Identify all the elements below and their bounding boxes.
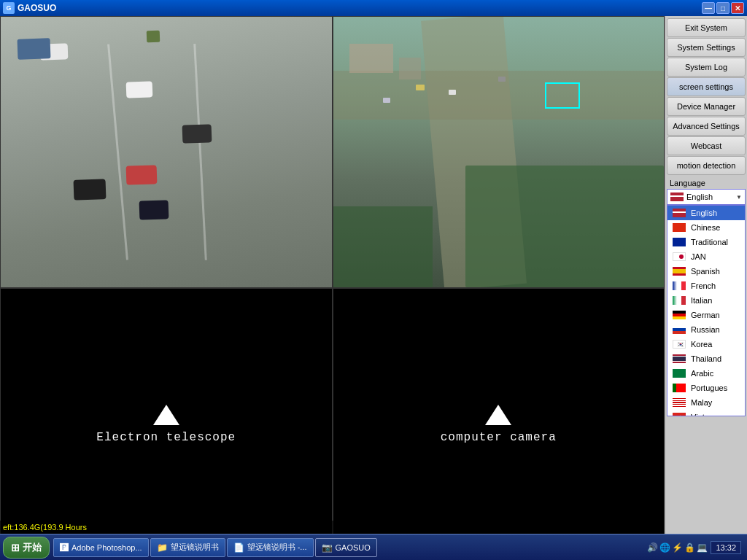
tray-icon-4[interactable]: 🔒 <box>684 542 695 553</box>
language-dropdown[interactable]: English ▼ <box>667 189 746 205</box>
system-settings-button[interactable]: System Settings <box>667 38 746 57</box>
lang-item-malay[interactable]: Malay <box>667 395 745 410</box>
tray-icon-1[interactable]: 🔊 <box>647 542 658 553</box>
windows-icon: ⊞ <box>11 542 20 553</box>
flag-zh <box>673 223 686 232</box>
photoshop-icon: 🅿 <box>60 542 69 553</box>
advanced-settings-button[interactable]: Advanced Settings <box>667 117 746 136</box>
folder-icon: 📁 <box>157 542 168 553</box>
dropdown-arrow-icon: ▼ <box>736 194 742 201</box>
lang-label-russian: Russian <box>691 325 720 334</box>
flag-de <box>673 311 686 319</box>
flag-jp <box>673 252 686 261</box>
camera-bottom-right: computer camera <box>333 288 665 560</box>
lang-label-arabic: Arabic <box>691 369 713 378</box>
lang-item-spanish[interactable]: Spanish <box>667 264 745 279</box>
taskbar-manual2[interactable]: 📄 望远镜说明书 -... <box>227 538 314 557</box>
lang-item-chinese[interactable]: Chinese <box>667 220 745 235</box>
electron-arrow <box>153 405 179 425</box>
lang-label-jan: JAN <box>691 252 706 261</box>
flag-fr <box>673 281 686 290</box>
lang-item-korea[interactable]: 🇰🇷 Korea <box>667 337 745 351</box>
lang-item-russian[interactable]: Russian <box>667 322 745 337</box>
flag-tw <box>673 238 686 246</box>
taskbar-manual1[interactable]: 📁 望远镜说明书 <box>150 538 225 557</box>
flag-vn: ★ <box>673 413 686 416</box>
camera-top-left <box>0 16 333 288</box>
flag-kr: 🇰🇷 <box>673 340 686 349</box>
flag-ru <box>673 325 686 334</box>
lang-item-french[interactable]: French <box>667 279 745 293</box>
flag-my <box>673 398 686 407</box>
lang-item-jan[interactable]: JAN <box>667 249 745 264</box>
language-list[interactable]: English Chinese Traditional JAN <box>667 205 746 416</box>
lang-label-korea: Korea <box>691 340 712 349</box>
lang-item-german[interactable]: German <box>667 308 745 322</box>
motion-detection-button[interactable]: motion detection <box>667 156 746 175</box>
document-icon: 📄 <box>233 542 244 553</box>
camera-icon: 📷 <box>322 542 333 553</box>
lang-label-italian: Italian <box>691 296 712 305</box>
flag-en <box>673 209 686 217</box>
minimize-button[interactable]: — <box>702 2 715 14</box>
device-manager-button[interactable]: Device Manager <box>667 97 746 116</box>
taskbar-photoshop[interactable]: 🅿 Adobe Photoshop... <box>53 538 149 557</box>
lang-label-chinese: Chinese <box>691 223 720 232</box>
camera-bottom-left: Electron telescope <box>0 288 333 560</box>
lang-label-traditional: Traditional <box>691 238 728 246</box>
lang-item-portuguese[interactable]: Portugues <box>667 381 745 395</box>
taskbar-gaosuo-label: GAOSUO <box>336 543 371 552</box>
lang-label-english: English <box>691 209 717 217</box>
taskbar-photoshop-label: Adobe Photoshop... <box>71 543 142 552</box>
lang-label-thailand: Thailand <box>691 354 721 363</box>
flag-it <box>673 296 686 305</box>
computer-arrow <box>485 405 511 425</box>
lang-item-traditional[interactable]: Traditional <box>667 235 745 249</box>
lang-item-arabic[interactable]: Arabic <box>667 366 745 381</box>
screen-settings-button[interactable]: screen settings <box>667 77 746 96</box>
flag-es <box>673 267 686 276</box>
language-section: Language English ▼ English Chinese <box>665 176 747 560</box>
lang-label-spanish: Spanish <box>691 267 720 276</box>
lang-label-vietnamese: Vietnamese <box>691 413 733 416</box>
detection-box <box>545 82 580 109</box>
menu-buttons: Exit System System Settings System Log s… <box>665 16 747 176</box>
electron-label: Electron telescope <box>96 431 236 444</box>
right-panel: Exit System System Settings System Log s… <box>665 16 747 560</box>
camera-area: Electron telescope computer camera <box>0 16 665 560</box>
close-button[interactable]: ✕ <box>731 2 744 14</box>
language-label: Language <box>667 177 746 189</box>
lang-item-italian[interactable]: Italian <box>667 293 745 308</box>
lang-label-malay: Malay <box>691 398 712 407</box>
lang-label-portuguese: Portugues <box>691 384 727 392</box>
lang-item-vietnamese[interactable]: ★ Vietnamese <box>667 410 745 416</box>
main-area: Electron telescope computer camera Exit … <box>0 16 747 560</box>
selected-flag <box>670 192 684 201</box>
status-text: eft:136.4G(193.9 Hours <box>3 523 87 532</box>
lang-item-english[interactable]: English <box>667 206 745 220</box>
maximize-button[interactable]: □ <box>716 2 729 14</box>
lang-label-french: French <box>691 281 716 290</box>
window-controls: — □ ✕ <box>702 2 744 14</box>
clock: 13:32 <box>711 541 741 554</box>
taskbar-right: 🔊 🌐 ⚡ 🔒 💻 13:32 <box>647 541 747 554</box>
taskbar-gaosuo[interactable]: 📷 GAOSUO <box>315 538 377 557</box>
taskbar-manual1-label: 望远镜说明书 <box>171 542 219 553</box>
exit-system-button[interactable]: Exit System <box>667 18 746 37</box>
taskbar: ⊞ 开始 🅿 Adobe Photoshop... 📁 望远镜说明书 📄 望远镜… <box>0 534 747 560</box>
start-button[interactable]: ⊞ 开始 <box>3 537 50 559</box>
camera-top-right <box>333 16 665 288</box>
selected-language: English <box>686 192 713 201</box>
app-title: GAOSUO <box>18 3 56 13</box>
flag-pt <box>673 384 686 392</box>
tray-icon-5[interactable]: 💻 <box>697 542 708 553</box>
system-log-button[interactable]: System Log <box>667 58 746 77</box>
tray-icon-2[interactable]: 🌐 <box>659 542 670 553</box>
start-label: 开始 <box>23 541 42 554</box>
titlebar: G GAOSUO — □ ✕ <box>0 0 747 16</box>
tray-icon-3[interactable]: ⚡ <box>672 542 683 553</box>
webcast-button[interactable]: Webcast <box>667 136 746 155</box>
taskbar-manual2-label: 望远镜说明书 -... <box>247 542 307 553</box>
lang-item-thailand[interactable]: Thailand <box>667 351 745 366</box>
app-icon: G <box>3 2 15 14</box>
